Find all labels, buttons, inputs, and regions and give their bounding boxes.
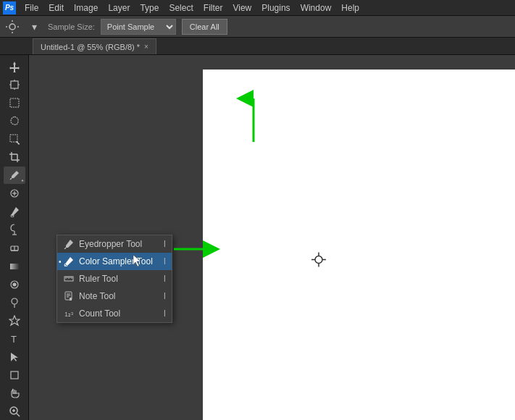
flyout-ruler-tool[interactable]: Ruler Tool I: [57, 270, 172, 287]
pen-tool[interactable]: [4, 312, 25, 329]
svg-point-40: [315, 256, 322, 264]
note-icon: [63, 290, 75, 302]
svg-point-30: [13, 283, 16, 286]
menu-layer[interactable]: Layer: [104, 1, 134, 14]
menu-type[interactable]: Type: [135, 1, 163, 14]
zoom-tool[interactable]: [4, 403, 25, 420]
svg-rect-6: [11, 81, 18, 88]
options-bar: ▾ Sample Size: Point Sample 3 by 3 Avera…: [0, 16, 515, 38]
svg-line-49: [64, 248, 66, 249]
menu-file[interactable]: File: [20, 1, 43, 14]
svg-point-0: [9, 24, 15, 30]
gradient-tool[interactable]: [4, 258, 25, 275]
dodge-tool[interactable]: [4, 294, 25, 311]
eyedropper-icon: [63, 238, 75, 250]
flyout-count-tool[interactable]: 1₂³ Count Tool I: [57, 305, 172, 322]
tool-preset-picker[interactable]: ▾: [26, 19, 42, 35]
svg-point-31: [12, 298, 17, 304]
color-sampler-icon: [63, 256, 75, 267]
ruler-icon: [63, 273, 75, 285]
canvas-area: Eyedropper Tool I • Color Sampler Tool I: [29, 55, 515, 420]
crop-tool[interactable]: [4, 148, 25, 166]
flyout-color-sampler-tool[interactable]: • Color Sampler Tool I: [57, 253, 172, 270]
menu-select[interactable]: Select: [164, 1, 197, 14]
svg-marker-5: [9, 62, 20, 72]
app-logo: Ps: [3, 1, 16, 14]
count-icon: 1₂³: [63, 308, 75, 319]
svg-text:T: T: [11, 334, 17, 345]
flyout-count-shortcut: I: [164, 308, 166, 319]
move-tool[interactable]: [4, 58, 25, 75]
selected-bullet: •: [59, 258, 62, 266]
tool-options-icon[interactable]: [4, 19, 20, 35]
svg-text:1₂³: 1₂³: [64, 311, 73, 318]
clear-all-button[interactable]: Clear All: [182, 19, 227, 35]
lasso-tool[interactable]: [4, 112, 25, 130]
flyout-note-label: Note Tool: [79, 291, 159, 301]
toolbar: ▸: [0, 55, 29, 420]
brush-tool[interactable]: [4, 203, 25, 220]
svg-line-37: [17, 413, 20, 416]
document-tab[interactable]: Untitled-1 @ 55% (RGB/8) * ×: [33, 38, 156, 54]
shape-tool[interactable]: [4, 366, 25, 384]
flyout-color-sampler-label: Color Sampler Tool: [79, 256, 159, 266]
tab-close-button[interactable]: ×: [144, 43, 148, 51]
tab-bar: Untitled-1 @ 55% (RGB/8) * ×: [0, 38, 515, 55]
sample-size-dropdown[interactable]: Point Sample 3 by 3 Average 5 by 5 Avera…: [101, 19, 176, 35]
svg-marker-62: [70, 298, 72, 301]
canvas-document: [203, 70, 515, 420]
svg-rect-11: [10, 98, 19, 107]
main-area: ▸: [0, 55, 515, 420]
flyout-eyedropper-tool[interactable]: Eyedropper Tool I: [57, 235, 172, 253]
flyout-ruler-shortcut: I: [164, 274, 166, 284]
flyout-note-shortcut: I: [164, 291, 166, 301]
tool-flyout-menu: Eyedropper Tool I • Color Sampler Tool I: [56, 235, 172, 323]
healing-brush-tool[interactable]: [4, 185, 25, 202]
menu-image[interactable]: Image: [70, 1, 102, 14]
svg-rect-28: [10, 264, 19, 269]
menu-window[interactable]: Window: [296, 1, 336, 14]
eraser-tool[interactable]: [4, 239, 25, 256]
flyout-eyedropper-label: Eyedropper Tool: [79, 239, 159, 249]
menu-plugins[interactable]: Plugins: [257, 1, 294, 14]
svg-marker-34: [11, 353, 18, 361]
cursor-crosshair: [310, 251, 327, 272]
flyout-count-label: Count Tool: [79, 308, 159, 319]
svg-line-18: [10, 178, 12, 180]
tab-title: Untitled-1 @ 55% (RGB/8) *: [41, 43, 140, 51]
blur-tool[interactable]: [4, 276, 25, 293]
flyout-note-tool[interactable]: Note Tool I: [57, 287, 172, 305]
path-select-tool[interactable]: [4, 348, 25, 366]
menu-filter[interactable]: Filter: [199, 1, 227, 14]
flyout-color-sampler-shortcut: I: [164, 256, 166, 266]
menu-help[interactable]: Help: [337, 1, 364, 14]
type-tool[interactable]: T: [4, 330, 25, 348]
artboard-tool[interactable]: [4, 76, 25, 93]
menu-bar: Ps File Edit Image Layer Type Select Fil…: [0, 0, 515, 16]
sample-size-label: Sample Size:: [48, 22, 95, 31]
svg-marker-13: [17, 141, 20, 144]
svg-rect-35: [11, 371, 18, 379]
hand-tool[interactable]: [4, 385, 25, 402]
eyedropper-tool[interactable]: ▸: [4, 167, 25, 184]
menu-edit[interactable]: Edit: [44, 1, 68, 14]
clone-stamp-tool[interactable]: [4, 221, 25, 238]
flyout-eyedropper-shortcut: I: [164, 239, 166, 249]
flyout-ruler-label: Ruler Tool: [79, 274, 159, 284]
rectangular-select-tool[interactable]: [4, 94, 25, 112]
menu-view[interactable]: View: [228, 1, 256, 14]
object-select-tool[interactable]: [4, 130, 25, 148]
